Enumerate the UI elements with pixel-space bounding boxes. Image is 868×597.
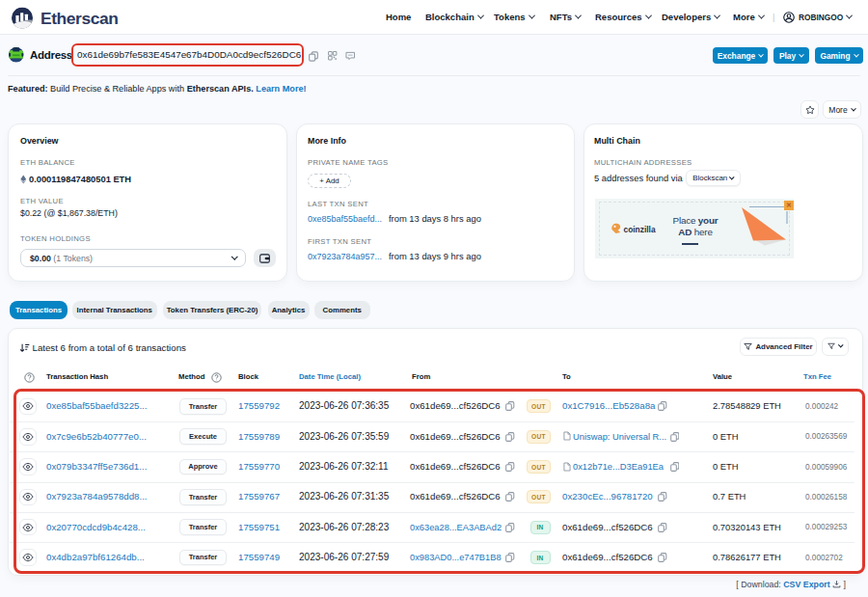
svg-text:Etherscan: Etherscan [41,9,119,28]
